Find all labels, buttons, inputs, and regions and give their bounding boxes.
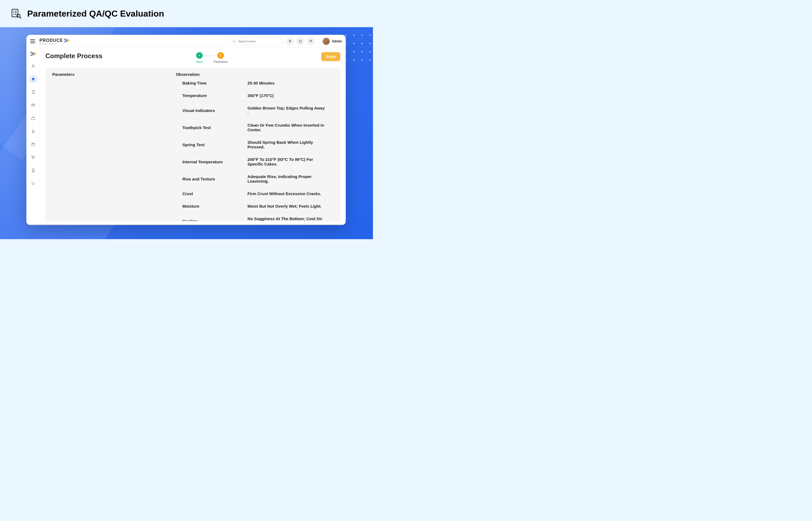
menu-toggle-button[interactable] [30,39,35,43]
observation-value[interactable]: Clean Or Few Crumbs When Inserted In Cen… [244,121,330,134]
parameter-cell: Spring Test [176,136,242,153]
sidebar-item-wallet[interactable] [29,101,37,109]
sidebar-item-award[interactable] [29,127,37,135]
table-row: Toothpick TestClean Or Few Crumbs When I… [176,119,334,136]
notifications-button[interactable] [286,37,294,45]
svg-point-48 [31,156,33,157]
sidebar-item-profile[interactable] [29,62,37,70]
observation-value[interactable]: Adequate Rise, Indicating Proper Leaveni… [244,172,330,186]
parameter-cell: Moisture [176,200,242,212]
svg-point-11 [345,35,346,36]
grid-icon [299,40,302,43]
step-stock[interactable]: ✓ Stock [196,52,202,63]
svg-point-13 [361,35,363,36]
observation-cell: Moist But Not Overly Wet; Feels Light. [242,200,334,212]
observation-cell: Clean Or Few Crumbs When Inserted In Cen… [242,119,334,136]
table-row: MoistureMoist But Not Overly Wet; Feels … [176,200,334,212]
svg-line-8 [20,17,21,19]
table-row: Spring TestShould Spring Back When Light… [176,136,334,153]
print-button[interactable]: Print [321,52,340,61]
svg-rect-44 [31,143,35,146]
power-icon [31,181,35,186]
check-icon: ✓ [196,52,202,59]
gear-icon [309,39,313,43]
logo-subtitle: by intellect innovations [39,43,70,45]
table-row: CoolingNo Sogginess At The Bottom; Cool … [176,212,334,221]
sidebar-item-home[interactable] [29,75,37,83]
observation-cell: Firm Crust Without Excessive Cracks. [242,187,334,200]
observation-value[interactable]: Should Spring Back When Lightly Pressed. [244,138,330,151]
parameter-cell: Cooling [176,212,242,221]
table-row: Visual IndicatorsGolden Brown Top; Edges… [176,101,334,119]
sidebar-logo-icon [30,50,37,57]
table-row: Rise and TextureAdequate Rise, Indicatin… [176,170,334,187]
svg-point-50 [33,158,34,159]
briefcase-icon [31,116,35,120]
page-title: Complete Process [45,52,102,60]
svg-rect-42 [31,117,35,119]
svg-rect-35 [299,40,300,41]
banner-title: Parameterized QA/QC Evaluation [27,9,164,19]
wallet-icon [31,103,35,107]
parameter-cell: Rise and Texture [176,171,242,187]
svg-point-20 [369,43,371,44]
observation-value[interactable]: 350°F (175°C) [244,91,330,100]
observation-value[interactable]: Golden Brown Top; Edges Pulling Away . [244,104,330,117]
parameters-table: Parameters ObservationBaking Time25-30 M… [45,68,340,221]
parameter-cell: Crust [176,187,242,200]
sidebar-item-doc[interactable] [29,88,37,96]
observation-value[interactable]: Moist But Not Overly Wet; Feels Light. [244,202,330,211]
observation-value[interactable]: 200°F To 210°F (93°C To 99°C) For Specif… [244,155,330,168]
step-parameters[interactable]: 2 Parameters [214,52,228,63]
apps-button[interactable] [296,37,304,45]
file-icon [31,168,35,173]
step-label: Parameters [214,60,228,63]
observation-value[interactable]: Firm Crust Without Excessive Cracks. [244,189,330,198]
avatar [323,38,330,45]
svg-point-32 [369,59,371,61]
sidebar-item-case[interactable] [29,114,37,122]
search-box[interactable] [229,37,283,45]
table-header: Parameters ObservationBaking Time25-30 M… [46,69,340,221]
svg-point-39 [33,65,34,66]
sidebar-item-calendar[interactable] [29,140,37,149]
svg-line-34 [234,42,235,42]
main-content: Complete Process ✓ Stock 2 Parameters [40,48,346,225]
step-number: 2 [217,52,224,59]
sidebar-item-file[interactable] [29,166,37,175]
sidebar-item-workflow[interactable] [29,153,37,161]
topbar: PRODUCE by intellect innovations Admi [26,35,346,48]
qa-icon [11,8,22,19]
parameter-cell: Baking Time [176,77,242,89]
table-row: Temperature350°F (175°C) [176,89,334,101]
search-input[interactable] [238,40,280,43]
logo: PRODUCE by intellect innovations [39,38,70,45]
svg-point-19 [361,43,363,44]
svg-point-24 [353,51,355,52]
observation-cell: 25-30 Minutes [242,77,334,89]
sidebar-item-power[interactable] [29,179,37,187]
workflow-icon [31,155,35,160]
observation-value[interactable]: 25-30 Minutes [244,78,330,88]
svg-point-33 [233,40,235,42]
table-row: CrustFirm Crust Without Excessive Cracks… [176,187,334,200]
logo-text: PRODUCE [39,38,63,43]
observation-cell: 350°F (175°C) [242,89,334,101]
parameter-cell: Visual Indicators [176,102,242,119]
svg-rect-38 [301,42,302,43]
user-menu[interactable]: Admin [323,38,342,45]
home-icon [31,77,35,81]
observation-cell: No Sogginess At The Bottom; Cool On A Wi… [242,212,334,221]
header-observation: ObservationBaking Time25-30 MinutesTempe… [169,69,340,221]
parameter-cell: Toothpick Test [176,119,242,136]
user-icon [31,64,35,68]
svg-point-26 [369,51,371,52]
header-parameters: Parameters [46,69,169,221]
bell-icon [288,39,292,43]
observation-value[interactable]: No Sogginess At The Bottom; Cool On A Wi… [244,214,330,221]
step-label: Stock [196,60,202,63]
svg-point-43 [32,130,34,132]
sidebar [26,48,40,225]
document-icon [31,90,35,94]
settings-button[interactable] [306,37,315,45]
